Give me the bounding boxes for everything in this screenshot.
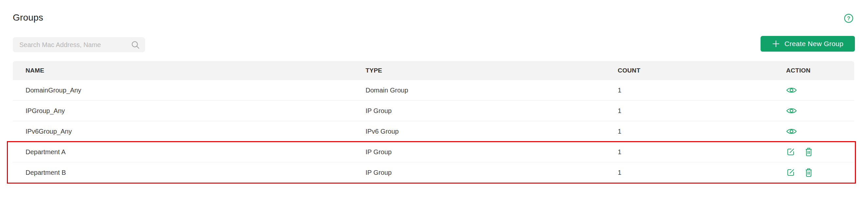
- svg-text:?: ?: [847, 16, 850, 21]
- groups-table: NAME TYPE COUNT ACTION DomainGroup_AnyDo…: [13, 61, 854, 183]
- group-type-cell: IPv6 Group: [366, 128, 618, 135]
- group-name-cell: Department A: [26, 148, 366, 156]
- table-row: DomainGroup_AnyDomain Group1: [13, 80, 854, 101]
- group-name-cell: IPGroup_Any: [26, 107, 366, 115]
- group-name-cell: DomainGroup_Any: [26, 87, 366, 94]
- help-icon[interactable]: ?: [844, 13, 854, 23]
- edit-icon[interactable]: [786, 147, 797, 157]
- action-cell: [786, 85, 854, 95]
- delete-icon[interactable]: [804, 168, 815, 178]
- column-header-name: NAME: [26, 67, 366, 74]
- group-count-cell: 1: [618, 148, 786, 156]
- group-count-cell: 1: [618, 128, 786, 135]
- search-input[interactable]: [13, 37, 131, 52]
- group-count-cell: 1: [618, 87, 786, 94]
- table-row: Department BIP Group1: [13, 162, 854, 183]
- view-icon[interactable]: [786, 126, 797, 136]
- group-type-cell: IP Group: [366, 107, 618, 115]
- table-row: IPGroup_AnyIP Group1: [13, 101, 854, 121]
- table-row: Department AIP Group1: [13, 142, 854, 162]
- groups-page: Groups ? Create New Group NAME TYPE: [0, 0, 868, 197]
- group-count-cell: 1: [618, 169, 786, 176]
- plus-icon: [772, 40, 780, 48]
- group-type-cell: IP Group: [366, 169, 618, 176]
- view-icon[interactable]: [786, 106, 797, 116]
- table-body: DomainGroup_AnyDomain Group1IPGroup_AnyI…: [13, 80, 854, 183]
- create-new-group-button[interactable]: Create New Group: [761, 36, 855, 52]
- search-box: [13, 37, 145, 52]
- edit-icon[interactable]: [786, 168, 797, 178]
- column-header-type: TYPE: [366, 67, 618, 74]
- search-icon[interactable]: [131, 41, 140, 49]
- group-name-cell: Department B: [26, 169, 366, 176]
- column-header-action: ACTION: [786, 67, 854, 74]
- group-type-cell: Domain Group: [366, 87, 618, 94]
- action-cell: [786, 168, 854, 178]
- table-header-row: NAME TYPE COUNT ACTION: [13, 61, 854, 80]
- delete-icon[interactable]: [804, 147, 815, 157]
- group-name-cell: IPv6Group_Any: [26, 128, 366, 135]
- group-count-cell: 1: [618, 107, 786, 115]
- create-button-label: Create New Group: [784, 40, 843, 48]
- action-cell: [786, 147, 854, 157]
- action-cell: [786, 106, 854, 116]
- action-cell: [786, 126, 854, 136]
- group-type-cell: IP Group: [366, 148, 618, 156]
- page-title: Groups: [13, 12, 43, 23]
- view-icon[interactable]: [786, 85, 797, 95]
- column-header-count: COUNT: [618, 67, 786, 74]
- table-row: IPv6Group_AnyIPv6 Group1: [13, 121, 854, 142]
